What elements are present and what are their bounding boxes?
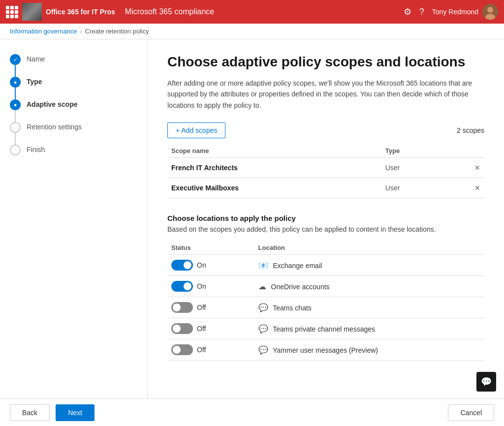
remove-scope-0[interactable]: ✕ bbox=[474, 164, 480, 172]
breadcrumb-root[interactable]: Information governance bbox=[10, 28, 77, 35]
main-layout: ✓ Name ● Type ● Adaptive scope bbox=[0, 39, 504, 416]
toggle-label-2: Off bbox=[197, 304, 212, 311]
step-finish: Finish bbox=[10, 145, 137, 165]
table-row: Executive Mailboxes User ✕ bbox=[167, 178, 484, 198]
add-scopes-row: + Add scopes 2 scopes bbox=[167, 122, 484, 138]
locations-table: Status Location On 📧 Exchange email bbox=[167, 241, 484, 361]
step-line-1 bbox=[15, 65, 16, 77]
toggle-label-4: Off bbox=[197, 346, 212, 354]
col-location: Location bbox=[254, 241, 484, 255]
location-icon-3: 💬 bbox=[258, 325, 268, 333]
brand-image bbox=[22, 3, 42, 21]
list-item: On ☁ OneDrive accounts bbox=[167, 276, 484, 297]
user-menu[interactable]: Tony Redmond bbox=[432, 4, 498, 20]
location-name-4: Yammer user messages (Preview) bbox=[273, 346, 378, 354]
location-name-0: Exchange email bbox=[273, 262, 322, 270]
step-circle-name: ✓ bbox=[10, 54, 21, 65]
step-adaptive-scope: ● Adaptive scope bbox=[10, 99, 137, 122]
col-type: Type bbox=[381, 144, 445, 158]
footer: Back Next Cancel bbox=[0, 398, 504, 416]
step-label-finish: Finish bbox=[27, 145, 45, 165]
scope-name-0: French IT Architects bbox=[171, 164, 238, 172]
location-icon-0: 📧 bbox=[258, 261, 268, 270]
brand-name: Office 365 for IT Pros bbox=[46, 8, 115, 16]
chat-button[interactable]: 💬 bbox=[476, 372, 496, 392]
breadcrumb-separator: › bbox=[80, 28, 82, 35]
toggle-3[interactable] bbox=[171, 323, 193, 334]
step-retention: Retention settings bbox=[10, 122, 137, 145]
app-title: Microsoft 365 compliance bbox=[125, 7, 404, 16]
next-button[interactable]: Next bbox=[56, 404, 94, 417]
location-name-3: Teams private channel messages bbox=[273, 325, 375, 333]
step-label-type: Type bbox=[27, 77, 42, 97]
location-icon-2: 💬 bbox=[258, 304, 268, 312]
col-scope-name: Scope name bbox=[167, 144, 381, 158]
avatar bbox=[482, 4, 498, 20]
list-item: On 📧 Exchange email bbox=[167, 255, 484, 276]
location-name-2: Teams chats bbox=[273, 304, 312, 312]
remove-scope-1[interactable]: ✕ bbox=[474, 184, 480, 192]
step-circle-adaptive: ● bbox=[10, 99, 21, 110]
page-title: Choose adaptive policy scopes and locati… bbox=[167, 54, 484, 70]
settings-icon[interactable]: ⚙ bbox=[404, 6, 411, 17]
step-line-2 bbox=[15, 88, 16, 99]
location-name-1: OneDrive accounts bbox=[271, 283, 330, 291]
breadcrumb-current: Create retention policy bbox=[85, 28, 149, 35]
step-circle-finish bbox=[10, 145, 21, 155]
toggle-label-0: On bbox=[197, 261, 212, 269]
back-button[interactable]: Back bbox=[10, 404, 50, 417]
brand[interactable]: Office 365 for IT Pros bbox=[22, 3, 115, 21]
step-circle-retention bbox=[10, 122, 21, 133]
page-description: After adding one or more adaptive policy… bbox=[167, 78, 482, 111]
step-name: ✓ Name bbox=[10, 54, 137, 77]
topbar-icons: ⚙ ? Tony Redmond bbox=[404, 4, 498, 20]
username: Tony Redmond bbox=[432, 8, 478, 16]
step-label-name: Name bbox=[27, 54, 45, 75]
waffle-icon[interactable] bbox=[6, 6, 18, 18]
locations-title: Choose locations to apply the policy bbox=[167, 214, 484, 222]
step-line-4 bbox=[15, 133, 16, 145]
help-icon[interactable]: ? bbox=[419, 7, 424, 17]
scope-name-1: Executive Mailboxes bbox=[171, 184, 239, 192]
table-row: French IT Architects User ✕ bbox=[167, 158, 484, 178]
step-circle-type: ● bbox=[10, 77, 21, 88]
toggle-label-1: On bbox=[197, 282, 212, 290]
scopes-table: Scope name Type French IT Architects Use… bbox=[167, 144, 484, 198]
scope-type-0: User bbox=[385, 164, 400, 172]
step-label-adaptive: Adaptive scope bbox=[27, 99, 77, 120]
cancel-button[interactable]: Cancel bbox=[448, 404, 494, 417]
list-item: Off 💬 Yammer user messages (Preview) bbox=[167, 339, 484, 361]
col-status: Status bbox=[167, 241, 254, 255]
breadcrumb: Information governance › Create retentio… bbox=[0, 24, 504, 39]
sidebar: ✓ Name ● Type ● Adaptive scope bbox=[0, 39, 148, 416]
locations-description: Based on the scopes you added, this poli… bbox=[167, 225, 484, 233]
toggle-label-3: Off bbox=[197, 325, 212, 333]
location-icon-1: ☁ bbox=[258, 282, 266, 291]
list-item: Off 💬 Teams chats bbox=[167, 297, 484, 318]
list-item: Off 💬 Teams private channel messages bbox=[167, 318, 484, 339]
toggle-1[interactable] bbox=[171, 281, 193, 292]
topbar: Office 365 for IT Pros Microsoft 365 com… bbox=[0, 0, 504, 24]
add-scopes-button[interactable]: + Add scopes bbox=[167, 122, 225, 138]
toggle-2[interactable] bbox=[171, 302, 193, 313]
location-icon-4: 💬 bbox=[258, 346, 268, 354]
toggle-0[interactable] bbox=[171, 260, 193, 271]
step-label-retention: Retention settings bbox=[27, 122, 82, 143]
toggle-4[interactable] bbox=[171, 344, 193, 355]
step-type: ● Type bbox=[10, 77, 137, 99]
step-line-3 bbox=[15, 110, 16, 122]
content-area: Choose adaptive policy scopes and locati… bbox=[148, 39, 504, 416]
scope-type-1: User bbox=[385, 184, 400, 192]
scopes-count: 2 scopes bbox=[457, 126, 484, 134]
svg-point-1 bbox=[487, 7, 493, 13]
